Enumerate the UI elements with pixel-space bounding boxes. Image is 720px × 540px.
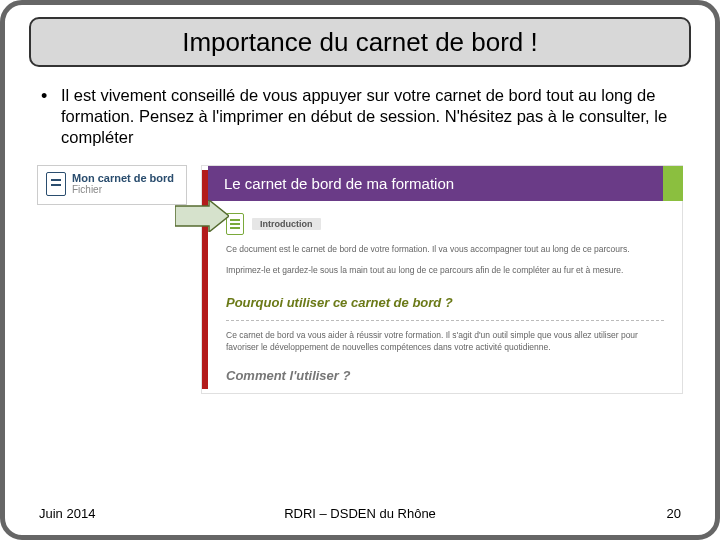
intro-paragraph-2: Imprimez-le et gardez-le sous la main to… <box>226 264 664 277</box>
file-card-subtitle: Fichier <box>72 184 174 195</box>
screenshot-row: Mon carnet de bord Fichier Le carnet de … <box>37 165 683 394</box>
page-header: Le carnet de bord de ma formation <box>208 166 682 201</box>
file-card-text: Mon carnet de bord Fichier <box>72 172 174 196</box>
slide-title: Importance du carnet de bord ! <box>182 27 538 58</box>
slide: Importance du carnet de bord ! Il est vi… <box>0 0 720 540</box>
question-1: Pourquoi utiliser ce carnet de bord ? <box>226 295 664 321</box>
file-card: Mon carnet de bord Fichier <box>37 165 187 205</box>
page-header-corner <box>663 166 683 201</box>
footer: Juin 2014 RDRI – DSDEN du Rhône 20 <box>39 506 681 521</box>
intro-section: Introduction <box>226 213 664 235</box>
file-icon <box>46 172 66 196</box>
body: Il est vivement conseillé de vous appuye… <box>39 85 681 148</box>
svg-marker-0 <box>175 200 229 232</box>
page-header-text: Le carnet de bord de ma formation <box>224 175 454 192</box>
question-1-body: Ce carnet de bord va vous aider à réussi… <box>226 329 664 355</box>
intro-label: Introduction <box>252 218 321 230</box>
bullet-item: Il est vivement conseillé de vous appuye… <box>39 85 681 148</box>
footer-center: RDRI – DSDEN du Rhône <box>39 506 681 521</box>
arrow-icon <box>175 200 229 232</box>
bullet-list: Il est vivement conseillé de vous appuye… <box>39 85 681 148</box>
intro-paragraph-1: Ce document est le carnet de bord de vot… <box>226 243 664 256</box>
page-screenshot: Le carnet de bord de ma formation Introd… <box>201 165 683 394</box>
title-bar: Importance du carnet de bord ! <box>29 17 691 67</box>
question-2: Comment l'utiliser ? <box>226 368 664 383</box>
file-card-title: Mon carnet de bord <box>72 172 174 184</box>
